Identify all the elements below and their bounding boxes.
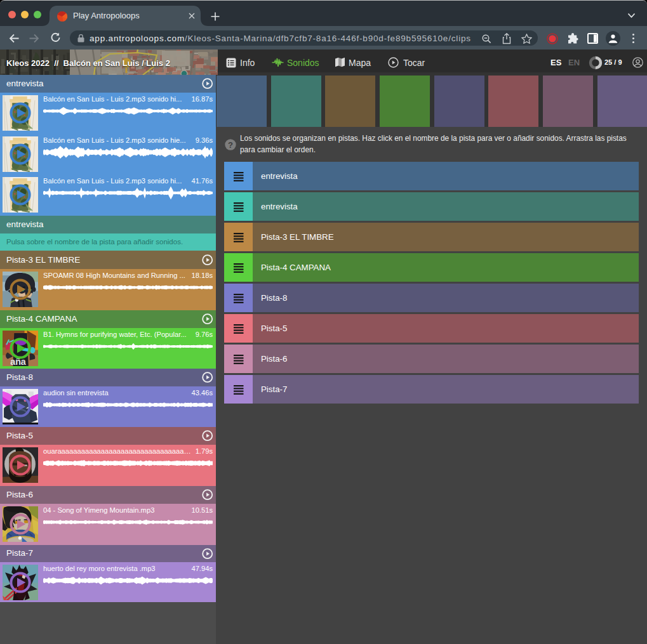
svg-text:?: ? [228, 140, 233, 150]
